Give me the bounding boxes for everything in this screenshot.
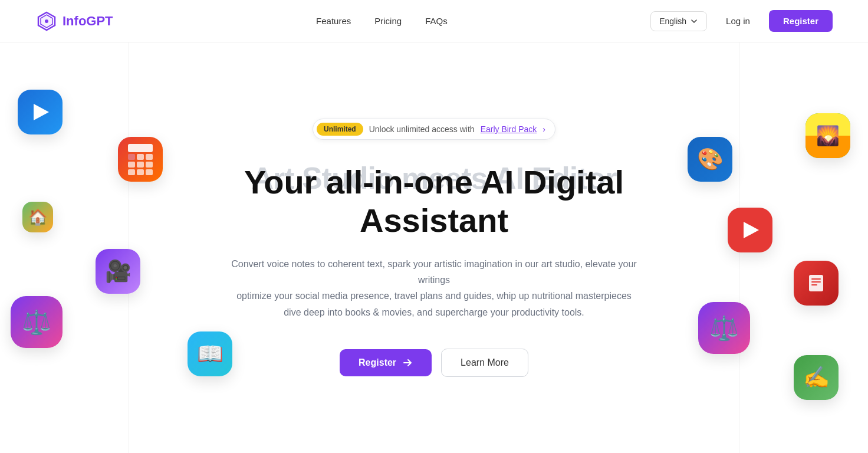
nav-faqs[interactable]: FAQs	[425, 16, 448, 26]
svg-rect-4	[811, 284, 817, 285]
scale-right-emoji-icon: ⚖️	[709, 314, 739, 342]
hero-section: Unlimited Unlock unlimited access with E…	[0, 42, 868, 453]
pencil-emoji-icon: ✍️	[803, 365, 830, 390]
announcement-text: Unlock unlimited access with	[369, 124, 475, 134]
register-button-hero[interactable]: Register	[340, 349, 432, 376]
announcement-banner: Unlimited Unlock unlimited access with E…	[313, 119, 555, 140]
hero-subtext: Convert voice notes to coherent text, sp…	[228, 256, 640, 320]
cta-group: Register Learn More	[340, 349, 528, 377]
play-triangle-icon	[34, 104, 49, 120]
pencil-icon-app: ✍️	[794, 355, 839, 400]
calc-grid-icon	[123, 139, 157, 180]
logo[interactable]: InfoGPT	[35, 10, 113, 32]
chevron-down-icon	[690, 17, 698, 25]
notes-icon-app	[794, 261, 839, 306]
notes-svg-icon	[805, 272, 827, 294]
svg-point-0	[45, 19, 48, 23]
scale-right-icon-app: ⚖️	[698, 302, 750, 354]
logo-icon	[35, 10, 58, 32]
camera-emoji-icon: 🎥	[105, 259, 131, 284]
book-emoji-icon: 📖	[197, 342, 223, 366]
landscape-inner-icon: 🌄	[805, 113, 850, 158]
nav-right: English Log in Register	[650, 10, 833, 32]
early-bird-link[interactable]: Early Bird Pack	[481, 124, 537, 134]
unlimited-badge: Unlimited	[317, 123, 363, 136]
svg-rect-1	[809, 275, 823, 291]
youtube-play-icon	[744, 222, 759, 238]
paint-emoji-icon: 🎨	[697, 147, 724, 172]
register-button-nav[interactable]: Register	[769, 10, 833, 32]
nav-features[interactable]: Features	[316, 16, 351, 26]
calculator-icon-app	[118, 137, 163, 182]
language-selector[interactable]: English	[650, 11, 707, 31]
svg-rect-3	[811, 281, 821, 283]
play-icon-app	[18, 90, 63, 134]
svg-rect-2	[811, 278, 821, 280]
nav-links: Features Pricing FAQs	[316, 16, 448, 27]
left-separator	[129, 42, 129, 453]
hero-headline: Your all-in-one AI Digital Assistant	[169, 163, 699, 239]
navbar: InfoGPT Features Pricing FAQs English Lo…	[0, 0, 868, 42]
book-icon-app: 📖	[188, 331, 232, 376]
orange-emoji-icon: 🏠	[28, 208, 47, 226]
chevron-right-icon: ›	[542, 124, 545, 134]
scale-emoji-icon: ⚖️	[22, 308, 51, 336]
orange-app-icon: 🏠	[22, 202, 53, 232]
landscape-icon-app: 🌄	[805, 113, 850, 158]
learn-more-button[interactable]: Learn More	[441, 349, 528, 377]
youtube-icon-app	[728, 208, 772, 252]
scale-left-icon-app: ⚖️	[11, 296, 63, 348]
video-camera-icon-app: 🎥	[96, 249, 140, 294]
logo-text: InfoGPT	[63, 14, 113, 29]
login-button[interactable]: Log in	[716, 11, 760, 31]
arrow-right-icon	[402, 357, 413, 368]
nav-pricing[interactable]: Pricing	[374, 16, 402, 26]
